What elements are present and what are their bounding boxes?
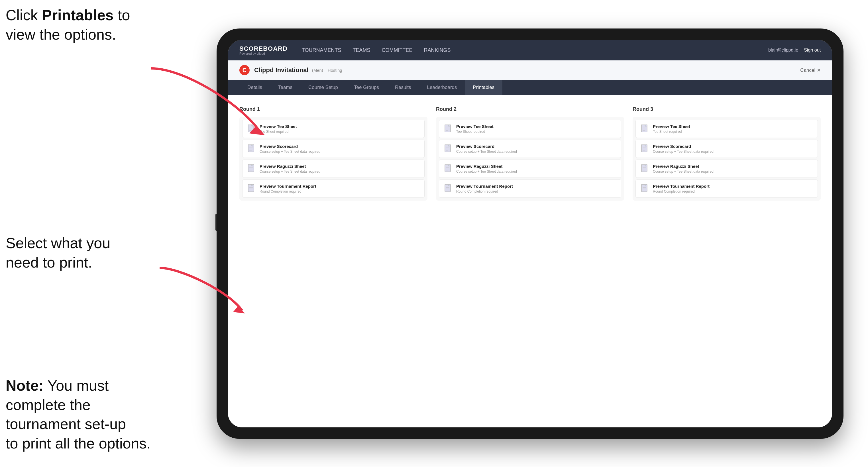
doc-icon: [641, 125, 649, 134]
r2-tee-sheet-title: Preview Tee Sheet: [456, 124, 616, 129]
doc-icon: [641, 145, 649, 154]
doc-icon: [248, 145, 256, 154]
tab-course-setup[interactable]: Course Setup: [300, 80, 346, 95]
nav-teams[interactable]: TEAMS: [353, 46, 370, 55]
round-2-cards: Preview Tee Sheet Tee Sheet required: [436, 117, 624, 200]
r3-scorecard-text: Preview Scorecard Course setup + Tee She…: [653, 144, 812, 154]
r1-raguzzi-title: Preview Raguzzi Sheet: [259, 164, 419, 169]
r3-scorecard[interactable]: Preview Scorecard Course setup + Tee She…: [636, 139, 818, 158]
tab-leaderboards[interactable]: Leaderboards: [419, 80, 465, 95]
r1-report-title: Preview Tournament Report: [259, 184, 419, 189]
user-email: blair@clippd.io: [768, 48, 798, 53]
top-nav: SCOREBOARD Powered by clippd TOURNAMENTS…: [228, 40, 832, 60]
tournament-tag: (Men): [312, 68, 323, 73]
svg-rect-42: [642, 164, 647, 172]
doc-icon: [444, 125, 452, 134]
r3-scorecard-sub: Course setup + Tee Sheet data required: [653, 150, 812, 154]
round-3-section: Round 3 Preview Tee Sheet: [632, 106, 821, 200]
r2-scorecard-text: Preview Scorecard Course setup + Tee She…: [456, 144, 616, 154]
svg-rect-26: [445, 164, 451, 172]
round-3-title: Round 3: [632, 106, 821, 112]
top-nav-links: TOURNAMENTS TEAMS COMMITTEE RANKINGS: [302, 46, 768, 55]
r2-tournament-report[interactable]: Preview Tournament Report Round Completi…: [439, 180, 621, 198]
svg-rect-46: [642, 184, 647, 192]
top-nav-right: blair@clippd.io Sign out: [768, 48, 821, 53]
svg-rect-38: [642, 145, 647, 152]
sub-nav: Details Teams Course Setup Tee Groups Re…: [228, 80, 832, 95]
nav-tournaments[interactable]: TOURNAMENTS: [302, 46, 341, 55]
tab-printables[interactable]: Printables: [465, 80, 503, 95]
r2-raguzzi-sub: Course setup + Tee Sheet data required: [456, 169, 616, 174]
r2-report-title: Preview Tournament Report: [456, 184, 616, 189]
r2-tee-sheet[interactable]: Preview Tee Sheet Tee Sheet required: [439, 120, 621, 138]
sign-out-link[interactable]: Sign out: [804, 48, 821, 53]
r3-raguzzi-sub: Course setup + Tee Sheet data required: [653, 169, 812, 174]
r2-report-sub: Round Completion required: [456, 189, 616, 193]
r1-tee-sheet-sub: Tee Sheet required: [259, 130, 419, 134]
r3-report-sub: Round Completion required: [653, 189, 812, 193]
tab-results[interactable]: Results: [387, 80, 419, 95]
r3-report-text: Preview Tournament Report Round Completi…: [653, 184, 812, 193]
annotation-note-bold: Note:: [6, 377, 43, 394]
doc-icon: [248, 184, 256, 193]
arrow-middle: [137, 262, 251, 319]
r2-scorecard-sub: Course setup + Tee Sheet data required: [456, 150, 616, 154]
arrow-top: [128, 63, 271, 137]
round-2-title: Round 2: [436, 106, 624, 112]
cancel-button[interactable]: Cancel ✕: [800, 67, 821, 73]
tablet-screen: SCOREBOARD Powered by clippd TOURNAMENTS…: [228, 40, 832, 427]
r3-scorecard-title: Preview Scorecard: [653, 144, 812, 149]
tab-teams[interactable]: Teams: [270, 80, 300, 95]
annotation-bottom: Note: You mustcomplete thetournament set…: [6, 376, 205, 453]
svg-rect-18: [445, 125, 451, 132]
tournament-status: Hosting: [328, 68, 342, 73]
round-2-section: Round 2 Preview Tee Sheet: [436, 106, 624, 200]
svg-rect-14: [248, 184, 254, 192]
r1-raguzzi[interactable]: Preview Raguzzi Sheet Course setup + Tee…: [242, 160, 425, 178]
svg-rect-6: [248, 145, 254, 152]
svg-rect-22: [445, 145, 451, 152]
r1-scorecard[interactable]: Preview Scorecard Course setup + Tee She…: [242, 139, 425, 158]
rounds-grid: Round 1 Previ: [239, 106, 821, 200]
r3-raguzzi[interactable]: Preview Raguzzi Sheet Course setup + Tee…: [636, 160, 818, 178]
r1-raguzzi-text: Preview Raguzzi Sheet Course setup + Tee…: [259, 164, 419, 174]
r1-report-text: Preview Tournament Report Round Completi…: [259, 184, 419, 193]
tab-tee-groups[interactable]: Tee Groups: [346, 80, 387, 95]
doc-icon: [641, 164, 649, 174]
r2-tee-sheet-text: Preview Tee Sheet Tee Sheet required: [456, 124, 616, 134]
tournament-header: C Clippd Invitational (Men) Hosting Canc…: [228, 60, 832, 80]
content-area: Round 1 Previ: [228, 95, 832, 427]
doc-icon: [248, 164, 256, 174]
r1-tee-sheet-title: Preview Tee Sheet: [259, 124, 419, 129]
svg-rect-34: [642, 125, 647, 132]
nav-committee[interactable]: COMMITTEE: [382, 46, 413, 55]
r2-raguzzi-title: Preview Raguzzi Sheet: [456, 164, 616, 169]
r1-report-sub: Round Completion required: [259, 189, 419, 193]
r2-raguzzi-text: Preview Raguzzi Sheet Course setup + Tee…: [456, 164, 616, 174]
svg-marker-0: [249, 125, 265, 135]
r1-raguzzi-sub: Course setup + Tee Sheet data required: [259, 169, 419, 174]
scoreboard-title: SCOREBOARD: [239, 45, 287, 53]
r2-report-text: Preview Tournament Report Round Completi…: [456, 184, 616, 193]
svg-rect-30: [445, 184, 451, 192]
r2-scorecard[interactable]: Preview Scorecard Course setup + Tee She…: [439, 139, 621, 158]
tablet: SCOREBOARD Powered by clippd TOURNAMENTS…: [217, 29, 843, 439]
r2-scorecard-title: Preview Scorecard: [456, 144, 616, 149]
doc-icon: [444, 164, 452, 174]
r3-tee-sheet-sub: Tee Sheet required: [653, 130, 812, 134]
r1-tournament-report[interactable]: Preview Tournament Report Round Completi…: [242, 180, 425, 198]
annotation-bold: Printables: [42, 7, 114, 23]
nav-rankings[interactable]: RANKINGS: [424, 46, 451, 55]
r3-tee-sheet[interactable]: Preview Tee Sheet Tee Sheet required: [636, 120, 818, 138]
svg-rect-10: [248, 164, 254, 172]
scoreboard-sub: Powered by clippd: [239, 52, 287, 55]
round-3-cards: Preview Tee Sheet Tee Sheet required: [632, 117, 821, 200]
r3-tournament-report[interactable]: Preview Tournament Report Round Completi…: [636, 180, 818, 198]
r1-scorecard-title: Preview Scorecard: [259, 144, 419, 149]
r3-report-title: Preview Tournament Report: [653, 184, 812, 189]
r2-raguzzi[interactable]: Preview Raguzzi Sheet Course setup + Tee…: [439, 160, 621, 178]
r3-raguzzi-text: Preview Raguzzi Sheet Course setup + Tee…: [653, 164, 812, 174]
r3-tee-sheet-text: Preview Tee Sheet Tee Sheet required: [653, 124, 812, 134]
r3-raguzzi-title: Preview Raguzzi Sheet: [653, 164, 812, 169]
r1-scorecard-sub: Course setup + Tee Sheet data required: [259, 150, 419, 154]
